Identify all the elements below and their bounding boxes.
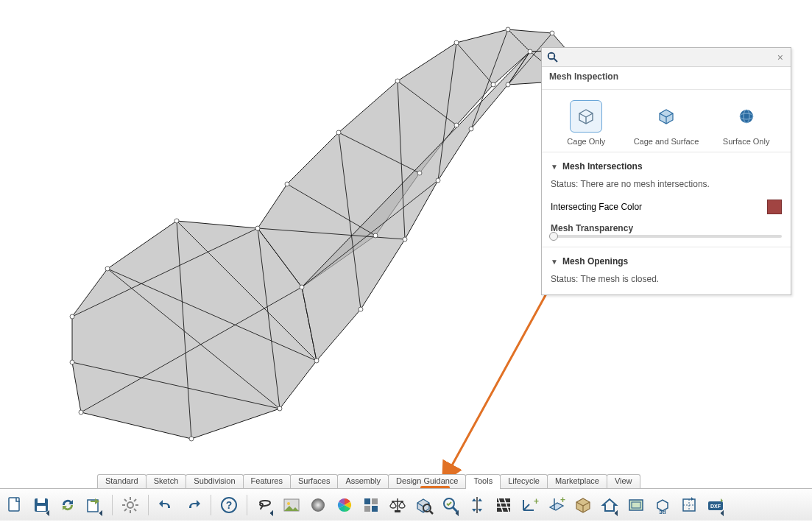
svg-point-76 — [287, 502, 290, 505]
tool-stitch[interactable] — [677, 493, 701, 517]
tool-add-plane[interactable]: + — [545, 493, 568, 517]
tool-library[interactable] — [359, 493, 383, 517]
panel-close-button[interactable]: × — [774, 52, 786, 63]
svg-text:+: + — [534, 496, 539, 507]
tool-3d-view[interactable]: 3d — [651, 493, 674, 517]
transparency-slider-thumb[interactable] — [549, 232, 558, 241]
tool-package[interactable] — [571, 493, 595, 517]
tab-sketch[interactable]: Sketch — [146, 474, 187, 489]
svg-rect-61 — [38, 498, 45, 503]
svg-rect-79 — [372, 498, 378, 504]
svg-point-34 — [70, 314, 74, 319]
svg-point-51 — [373, 233, 378, 238]
tool-mag-analyze[interactable] — [439, 493, 462, 517]
tool-lasso[interactable] — [253, 493, 277, 517]
svg-point-31 — [255, 226, 260, 230]
tab-marketplace[interactable]: Marketplace — [547, 474, 607, 489]
tool-home[interactable] — [598, 493, 621, 517]
tool-sync[interactable] — [56, 493, 80, 517]
tool-export[interactable] — [82, 493, 106, 517]
svg-point-49 — [417, 171, 422, 175]
tool-mesh-inspect[interactable] — [412, 493, 436, 517]
svg-text:DXF: DXF — [710, 504, 721, 509]
svg-rect-84 — [395, 510, 400, 512]
tool-axes-add[interactable]: + — [518, 493, 542, 517]
tab-assembly[interactable]: Assembly — [337, 474, 389, 489]
svg-point-77 — [311, 498, 325, 512]
mode-cage-and-surface[interactable]: Cage and Surface — [633, 100, 699, 146]
svg-point-56 — [740, 110, 753, 123]
tool-balance[interactable] — [386, 493, 409, 517]
openings-status: Status: The mesh is closed. — [551, 274, 782, 284]
tab-standard[interactable]: Standard — [97, 474, 146, 489]
tool-shade[interactable] — [306, 493, 330, 517]
svg-rect-78 — [364, 498, 370, 504]
panel-titlebar[interactable]: × — [542, 48, 791, 67]
mode-cage-only[interactable]: Cage Only — [553, 100, 619, 146]
section-header-intersections[interactable]: ▼Mesh Intersections — [551, 161, 782, 172]
tool-settings[interactable] — [119, 493, 142, 517]
svg-text:?: ? — [226, 499, 233, 511]
svg-point-26 — [79, 410, 83, 415]
tool-image[interactable] — [280, 493, 303, 517]
tool-dxf-export[interactable]: DXF — [704, 493, 727, 517]
mode-label: Cage Only — [567, 137, 605, 146]
svg-line-86 — [430, 511, 433, 514]
svg-point-52 — [359, 307, 363, 311]
svg-point-27 — [189, 437, 194, 441]
tool-hatch[interactable] — [492, 493, 515, 517]
svg-point-35 — [285, 182, 289, 186]
svg-text:+: + — [560, 495, 565, 505]
mesh-inspection-panel: × Mesh Inspection Cage Only Cage and Sur… — [541, 47, 791, 295]
svg-point-47 — [454, 123, 459, 127]
svg-line-69 — [124, 499, 127, 501]
tool-align[interactable] — [465, 493, 489, 517]
tool-redo[interactable] — [181, 493, 205, 517]
toolbar-tabs: StandardSketchSubdivisionFeaturesSurface… — [97, 474, 640, 489]
section-header-openings[interactable]: ▼Mesh Openings — [551, 256, 782, 267]
tool-color-wheel[interactable] — [333, 493, 356, 517]
svg-rect-80 — [364, 506, 370, 512]
face-color-swatch[interactable] — [767, 200, 782, 214]
tab-subdivision[interactable]: Subdivision — [186, 474, 243, 489]
mode-surface-only[interactable]: Surface Only — [713, 100, 780, 146]
tab-design-guidance[interactable]: Design Guidance — [388, 474, 466, 489]
svg-point-45 — [491, 82, 495, 87]
tab-features[interactable]: Features — [243, 474, 291, 489]
svg-line-88 — [453, 507, 457, 512]
svg-point-36 — [336, 130, 341, 135]
svg-line-72 — [124, 509, 127, 511]
mode-label: Surface Only — [723, 137, 770, 146]
svg-line-70 — [134, 509, 136, 511]
svg-line-97 — [523, 504, 529, 510]
tab-tools[interactable]: Tools — [465, 474, 501, 489]
panel-title: Mesh Inspection — [542, 67, 791, 90]
tool-help[interactable]: ? — [217, 493, 241, 517]
svg-point-44 — [506, 82, 510, 87]
tool-save[interactable] — [29, 493, 53, 517]
tool-new[interactable] — [3, 493, 27, 517]
transparency-slider[interactable] — [551, 235, 782, 238]
section-intersections: ▼Mesh Intersections Status: There are no… — [542, 152, 791, 247]
main-toolbar: ?++3dDXF — [0, 488, 812, 521]
tab-lifecycle[interactable]: Lifecycle — [500, 474, 548, 489]
svg-point-46 — [469, 127, 473, 131]
tab-view[interactable]: View — [607, 474, 640, 489]
svg-rect-62 — [37, 506, 46, 511]
svg-point-25 — [70, 360, 74, 364]
svg-point-50 — [403, 237, 407, 241]
svg-point-28 — [278, 406, 282, 411]
svg-point-64 — [127, 502, 133, 508]
panel-icon — [546, 51, 559, 64]
tool-undo[interactable] — [155, 493, 178, 517]
svg-rect-55 — [549, 53, 554, 58]
mode-label: Cage and Surface — [634, 137, 699, 146]
svg-point-39 — [506, 27, 510, 32]
svg-text:3d: 3d — [659, 509, 666, 515]
svg-rect-81 — [372, 506, 378, 512]
intersections-status: Status: There are no mesh intersections. — [551, 179, 782, 189]
tab-surfaces[interactable]: Surfaces — [290, 474, 338, 489]
svg-point-48 — [436, 178, 440, 183]
tool-frame[interactable] — [624, 493, 648, 517]
svg-line-71 — [134, 499, 136, 501]
